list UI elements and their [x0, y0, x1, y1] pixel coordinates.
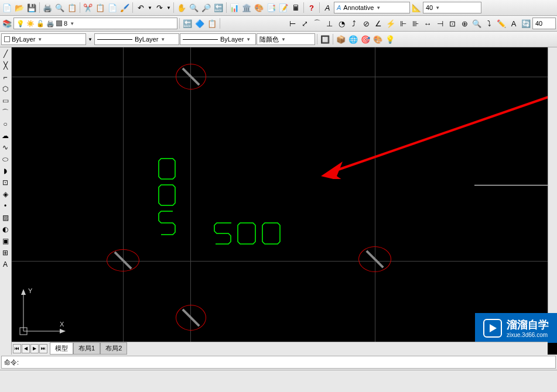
line-icon[interactable]: ╱ [0, 49, 11, 59]
undo-dropdown-icon[interactable]: ▼ [147, 2, 153, 13]
dim-text-edit-icon[interactable]: A [508, 18, 520, 29]
command-prompt: 命令: [4, 358, 19, 367]
dim-space-icon[interactable]: ↔ [422, 18, 433, 29]
plotstyle-dropdown[interactable]: 随颜色 [257, 33, 315, 45]
polygon-icon[interactable]: ⬡ [0, 84, 11, 94]
layer-manager-icon[interactable]: 📚 [1, 18, 13, 29]
spline-icon[interactable]: ∿ [0, 142, 11, 153]
drawing-canvas[interactable]: 500 500 [12, 47, 557, 355]
layer-states-icon[interactable]: 📋 [206, 18, 218, 29]
save-icon[interactable]: 💾 [26, 2, 37, 13]
match-icon[interactable]: 🖌️ [119, 2, 131, 13]
sheet-set-icon[interactable]: 📑 [265, 2, 277, 13]
dim-jog-line-icon[interactable]: ⤵ [483, 18, 495, 29]
dim-edit-icon[interactable]: ✏️ [496, 18, 507, 29]
materials-icon[interactable]: 🎨 [372, 33, 384, 45]
svg-marker-4 [21, 289, 26, 295]
dim-continue-icon[interactable]: ⊪ [409, 18, 421, 29]
dim-baseline-icon[interactable]: ⊩ [397, 18, 409, 29]
ellipse-icon[interactable]: ⬭ [0, 154, 11, 164]
tab-last-icon[interactable]: ⏭ [39, 344, 47, 353]
dim-quick-icon[interactable]: ⚡ [385, 18, 397, 29]
tab-model[interactable]: 模型 [50, 342, 73, 355]
make-block-icon[interactable]: ◈ [0, 189, 11, 200]
redo-icon[interactable]: ↷ [153, 2, 165, 13]
layer-dropdown[interactable]: 💡☀️🔓🖨️ 8 [13, 18, 177, 29]
3d-icon[interactable]: 📦 [335, 33, 347, 45]
paste-icon[interactable]: 📄 [107, 2, 118, 13]
open-icon[interactable]: 📂 [13, 2, 25, 13]
center-mark-icon[interactable]: ⊕ [459, 18, 470, 29]
dim-jogged-icon[interactable]: ⤴ [348, 18, 360, 29]
new-icon[interactable]: 📄 [1, 2, 13, 13]
markup-icon[interactable]: 📝 [278, 2, 289, 13]
block-icon[interactable]: 🔲 [319, 33, 331, 45]
zoom-win-icon[interactable]: 🔎 [200, 2, 212, 13]
quickcalc-icon[interactable]: 🖩 [290, 2, 302, 13]
zoom-prev-icon[interactable]: 🔙 [213, 2, 224, 13]
region-icon[interactable]: ▣ [0, 236, 11, 246]
rectangle-icon[interactable]: ▭ [0, 95, 11, 106]
text-style-icon[interactable]: A [322, 2, 333, 13]
annotation-style-dropdown[interactable]: A Annotative [334, 2, 410, 13]
tolerance-icon[interactable]: ⊡ [446, 18, 458, 29]
tab-prev-icon[interactable]: ◀ [22, 344, 30, 353]
help-icon[interactable]: ? [306, 2, 317, 13]
mtext-icon[interactable]: A [0, 259, 11, 270]
pan-icon[interactable]: ✋ [176, 2, 187, 13]
annotation-style-value: Annotative [343, 4, 374, 11]
cut-icon[interactable]: ✂️ [82, 2, 94, 13]
gradient-icon[interactable]: ◐ [0, 224, 11, 235]
visual-icon[interactable]: 🌐 [347, 33, 359, 45]
linetype-dropdown[interactable]: ByLayer [94, 33, 179, 45]
dim-scale-input[interactable] [532, 18, 556, 29]
revision-cloud-icon[interactable]: ☁ [0, 130, 11, 141]
publish-icon[interactable]: 📋 [66, 2, 78, 13]
construction-line-icon[interactable]: ╳ [0, 60, 11, 71]
color-dropdown-arrow[interactable]: ▼ [87, 33, 94, 45]
svg-marker-2 [321, 161, 346, 179]
insert-block-icon[interactable]: ⊡ [0, 177, 11, 188]
ellipse-arc-icon[interactable]: ◗ [0, 166, 11, 176]
dim-break-icon[interactable]: ⊣ [434, 18, 446, 29]
lineweight-dropdown[interactable]: ByLayer [180, 33, 256, 45]
inspect-icon[interactable]: 🔍 [471, 18, 483, 29]
zoom-rt-icon[interactable]: 🔍 [188, 2, 200, 13]
hatch-icon[interactable]: ▨ [0, 212, 11, 223]
layer-prev-icon[interactable]: 🔙 [182, 18, 193, 29]
dim-aligned-icon[interactable]: ⤢ [299, 18, 310, 29]
polyline-icon[interactable]: ⌐ [0, 72, 11, 82]
dim-diameter-icon[interactable]: ⊘ [360, 18, 372, 29]
render-icon[interactable]: 🎯 [360, 33, 371, 45]
tab-layout2[interactable]: 布局2 [100, 342, 127, 355]
preview-icon[interactable]: 🔍 [54, 2, 66, 13]
dim-arc-icon[interactable]: ⌒ [311, 18, 323, 29]
vertical-scrollbar[interactable] [548, 47, 557, 342]
dim-linear-icon[interactable]: ⊢ [286, 18, 298, 29]
tool-palette-icon[interactable]: 🎨 [253, 2, 265, 13]
redo-dropdown-icon[interactable]: ▼ [166, 2, 172, 13]
command-line[interactable]: 命令: [1, 356, 556, 369]
properties-icon[interactable]: 📊 [228, 2, 240, 13]
tab-first-icon[interactable]: ⏮ [13, 344, 21, 353]
arc-icon[interactable]: ⌒ [0, 107, 11, 118]
print-icon[interactable]: 🖨️ [42, 2, 53, 13]
lights-icon[interactable]: 💡 [384, 33, 396, 45]
dim-style-icon[interactable]: 📐 [411, 2, 422, 13]
layer-iso-icon[interactable]: 🔷 [194, 18, 206, 29]
dim-update-icon[interactable]: 🔄 [520, 18, 532, 29]
undo-icon[interactable]: ↶ [135, 2, 146, 13]
tab-next-icon[interactable]: ▶ [30, 344, 39, 353]
dim-radius-icon[interactable]: ◔ [336, 18, 347, 29]
design-center-icon[interactable]: 🏛️ [241, 2, 252, 13]
point-icon[interactable]: • [0, 201, 11, 211]
annotation-scale-dropdown[interactable]: 40 [423, 2, 481, 13]
tab-layout1[interactable]: 布局1 [73, 342, 100, 355]
circle-icon[interactable]: ○ [0, 119, 11, 129]
dim-angular-icon[interactable]: ∠ [373, 18, 384, 29]
copy-icon[interactable]: 📋 [94, 2, 106, 13]
arrow-annotation [316, 91, 557, 179]
color-dropdown[interactable]: ByLayer [1, 33, 86, 45]
dim-ordinate-icon[interactable]: ⊥ [323, 18, 335, 29]
table-icon[interactable]: ⊞ [0, 247, 11, 258]
